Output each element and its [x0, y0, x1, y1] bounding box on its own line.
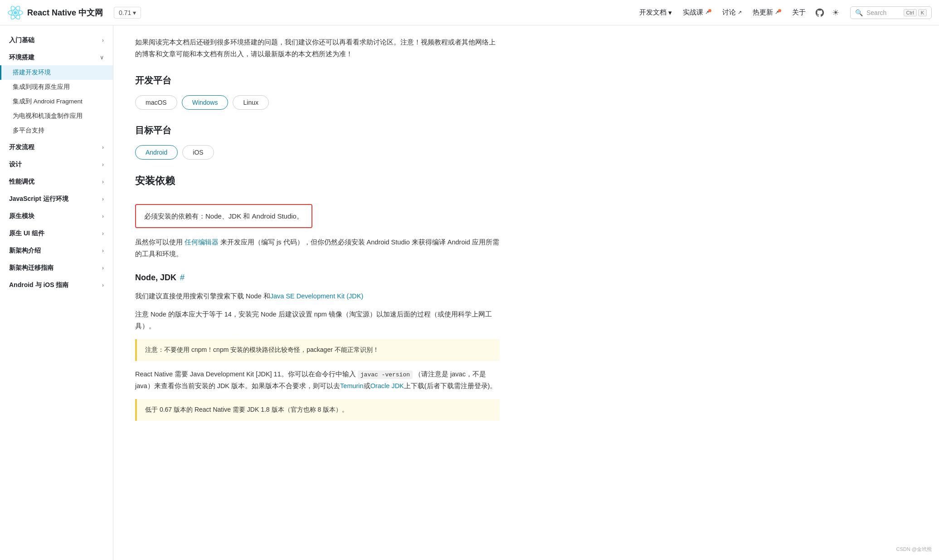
nav-item-about[interactable]: 关于: [792, 8, 806, 17]
platform-section-title: 开发平台: [135, 73, 500, 88]
chevron-right-icon-js: ›: [102, 196, 104, 202]
any-editor-link[interactable]: 任何编辑器: [185, 239, 219, 246]
warning-cnpm-text: 注意：不要使用 cnpm！cnpm 安装的模块路径比较奇怪，packager 不…: [145, 346, 379, 353]
nav-item-devdocs[interactable]: 开发文档 ▾: [639, 8, 672, 17]
react-logo-icon: [7, 5, 24, 21]
new-dot-courses: [708, 9, 711, 12]
header: React Native 中文网 0.71 ▾ 开发文档 ▾ 实战课 ↗ 讨论 …: [0, 0, 939, 25]
main-nav: 开发文档 ▾ 实战课 ↗ 讨论 ↗ 热更新 ↗ 关于: [639, 8, 806, 17]
warning-cnpm: 注意：不要使用 cnpm！cnpm 安装的模块路径比较奇怪，packager 不…: [135, 339, 500, 361]
chevron-right-icon-migration: ›: [102, 265, 104, 271]
search-text: Search: [866, 9, 886, 16]
sidebar-item-tv[interactable]: 为电视和机顶盒制作应用: [0, 109, 113, 123]
sidebar-section-native-ui-header[interactable]: 原生 UI 组件 ›: [0, 226, 113, 241]
target-btn-android[interactable]: Android: [135, 145, 178, 160]
sidebar-section-native-module: 原生模块 ›: [0, 209, 113, 224]
sidebar-section-intro-header[interactable]: 入门基础 ›: [0, 33, 113, 48]
jdk-version-note-text: 低于 0.67 版本的 React Native 需要 JDK 1.8 版本（官…: [145, 406, 348, 413]
search-shortcut: Ctrl K: [904, 9, 927, 16]
sidebar-section-new-arch: 新架构介绍 ›: [0, 243, 113, 258]
temurin-link[interactable]: Temurin: [340, 382, 364, 390]
version-text: 0.71: [119, 9, 131, 16]
javac-code: javac -version: [358, 370, 413, 379]
node-jdk-section-title: Node, JDK #: [135, 271, 500, 285]
nav-item-courses[interactable]: 实战课 ↗: [683, 8, 711, 17]
chevron-right-icon-new-arch: ›: [102, 248, 104, 254]
github-button[interactable]: [815, 8, 825, 18]
sidebar-item-integrate-native[interactable]: 集成到现有原生应用: [0, 80, 113, 94]
chevron-down-icon-env: ∨: [100, 54, 104, 61]
sidebar-section-platform-guide: Android 与 iOS 指南 ›: [0, 278, 113, 293]
search-box[interactable]: 🔍 Search Ctrl K: [850, 6, 932, 19]
sidebar-section-js-header[interactable]: JavaScript 运行环境 ›: [0, 191, 113, 207]
sidebar-section-new-arch-header[interactable]: 新架构介绍 ›: [0, 243, 113, 258]
sidebar-item-setup-env[interactable]: 搭建开发环境: [0, 65, 113, 80]
ctrl-key: Ctrl: [904, 9, 917, 16]
sidebar-section-native-module-header[interactable]: 原生模块 ›: [0, 209, 113, 224]
android-studio-text: 虽然你可以使用 任何编辑器 来开发应用（编写 js 代码），但你仍然必须安装 A…: [135, 236, 500, 260]
sidebar-section-intro: 入门基础 ›: [0, 33, 113, 48]
nav-item-hotupdate[interactable]: 热更新 ↗: [753, 8, 781, 17]
platform-btn-windows[interactable]: Windows: [182, 95, 229, 110]
jdk-link[interactable]: Java SE Development Kit (JDK): [270, 292, 364, 300]
sidebar: 入门基础 › 环境搭建 ∨ 搭建开发环境 集成到现有原生应用 集成到 Andro…: [0, 25, 113, 455]
chevron-down-icon: ▾: [668, 9, 672, 17]
svg-point-0: [14, 11, 17, 14]
dependency-box-text: 必须安装的依赖有：Node、JDK 和 Android Studio。: [144, 212, 303, 220]
layout: 入门基础 › 环境搭建 ∨ 搭建开发环境 集成到现有原生应用 集成到 Andro…: [0, 25, 939, 455]
theme-toggle-button[interactable]: ☀: [832, 8, 839, 18]
chevron-right-icon-native-ui: ›: [102, 230, 104, 237]
sidebar-item-integrate-fragment[interactable]: 集成到 Android Fragment: [0, 94, 113, 109]
k-key: K: [918, 9, 927, 16]
platform-btn-linux[interactable]: Linux: [233, 95, 268, 110]
sidebar-section-env: 环境搭建 ∨ 搭建开发环境 集成到现有原生应用 集成到 Android Frag…: [0, 50, 113, 138]
platform-btn-macos[interactable]: macOS: [135, 95, 177, 110]
github-icon: [815, 8, 825, 18]
sidebar-section-perf-header[interactable]: 性能调优 ›: [0, 174, 113, 190]
intro-text: 如果阅读完本文档后还碰到很多环境搭建的问题，我们建议你还可以再看看求助讨论区。注…: [135, 36, 500, 60]
sidebar-section-env-header[interactable]: 环境搭建 ∨: [0, 50, 113, 65]
sidebar-section-migration-header[interactable]: 新架构迁移指南 ›: [0, 260, 113, 276]
node-version-note: 注意 Node 的版本应大于等于 14，安装完 Node 后建议设置 npm 镜…: [135, 308, 500, 332]
sidebar-section-design-header[interactable]: 设计 ›: [0, 157, 113, 172]
external-icon-discuss: ↗: [738, 10, 742, 15]
sidebar-section-devflow: 开发流程 ›: [0, 140, 113, 155]
main-content: 如果阅读完本文档后还碰到很多环境搭建的问题，我们建议你还可以再看看求助讨论区。注…: [113, 25, 521, 455]
dependency-box: 必须安装的依赖有：Node、JDK 和 Android Studio。: [135, 204, 312, 229]
version-chevron-icon: ▾: [133, 9, 136, 16]
chevron-right-icon-platform: ›: [102, 282, 104, 288]
sidebar-section-devflow-header[interactable]: 开发流程 ›: [0, 140, 113, 155]
node-jdk-intro: 我们建议直接使用搜索引擎搜索下载 Node 和Java SE Developme…: [135, 290, 500, 302]
target-section-title: 目标平台: [135, 122, 500, 138]
logo-text: React Native 中文网: [27, 7, 103, 18]
version-selector[interactable]: 0.71 ▾: [114, 7, 141, 19]
sidebar-section-native-ui: 原生 UI 组件 ›: [0, 226, 113, 241]
sidebar-section-design: 设计 ›: [0, 157, 113, 172]
chevron-right-icon-design: ›: [102, 161, 104, 168]
target-btn-ios[interactable]: iOS: [182, 145, 214, 160]
logo[interactable]: React Native 中文网: [7, 5, 103, 21]
sidebar-section-platform-guide-header[interactable]: Android 与 iOS 指南 ›: [0, 278, 113, 293]
node-jdk-anchor[interactable]: #: [180, 271, 185, 285]
sidebar-section-perf: 性能调优 ›: [0, 174, 113, 190]
chevron-right-icon-native: ›: [102, 213, 104, 219]
chevron-right-icon-devflow: ›: [102, 144, 104, 151]
sidebar-section-migration: 新架构迁移指南 ›: [0, 260, 113, 276]
oracle-jdk-link[interactable]: Oracle JDK: [370, 382, 404, 390]
header-icons: ☀ 🔍 Search Ctrl K: [815, 6, 932, 19]
platform-buttons: macOS Windows Linux: [135, 95, 500, 110]
sidebar-section-js: JavaScript 运行环境 ›: [0, 191, 113, 207]
chevron-right-icon: ›: [102, 37, 104, 44]
install-section-title: 安装依赖: [135, 172, 500, 189]
jdk-version-note-box: 低于 0.67 版本的 React Native 需要 JDK 1.8 版本（官…: [135, 399, 500, 421]
sidebar-item-multiplatform[interactable]: 多平台支持: [0, 123, 113, 138]
chevron-right-icon-perf: ›: [102, 179, 104, 185]
target-buttons: Android iOS: [135, 145, 500, 160]
jdk-text: React Native 需要 Java Development Kit [JD…: [135, 368, 500, 392]
nav-item-discuss[interactable]: 讨论 ↗: [722, 8, 742, 17]
sun-icon: ☀: [832, 8, 839, 18]
new-dot-hot: [778, 9, 781, 12]
search-icon: 🔍: [855, 9, 863, 16]
